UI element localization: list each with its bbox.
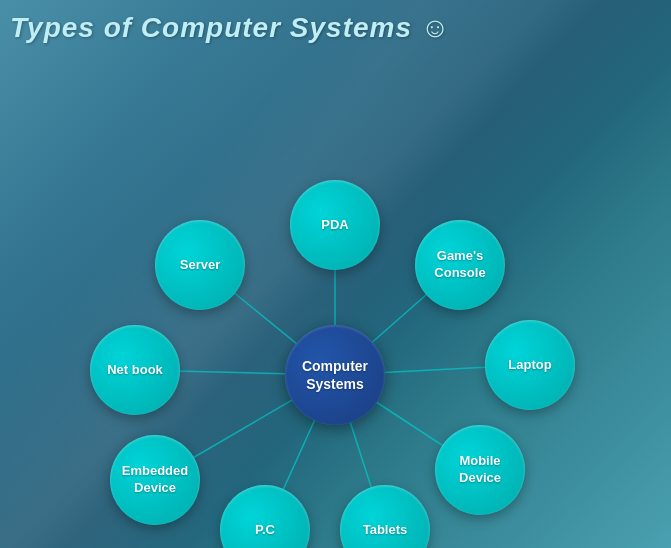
node-mobile-device: MobileDevice — [435, 425, 525, 515]
node-embedded-device: EmbeddedDevice — [110, 435, 200, 525]
diagram-container: PDA Game'sConsole Laptop MobileDevice Ta… — [0, 70, 671, 540]
node-tablets: Tablets — [340, 485, 430, 548]
node-games-console: Game'sConsole — [415, 220, 505, 310]
node-center: ComputerSystems — [285, 325, 385, 425]
node-server: Server — [155, 220, 245, 310]
connection-lines — [0, 70, 671, 540]
page-title: Types of Computer Systems ☺ — [10, 12, 450, 44]
node-pc: P.C — [220, 485, 310, 548]
node-laptop: Laptop — [485, 320, 575, 410]
node-netbook: Net book — [90, 325, 180, 415]
node-pda: PDA — [290, 180, 380, 270]
